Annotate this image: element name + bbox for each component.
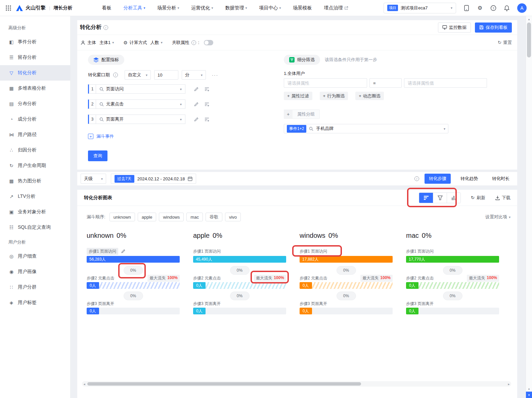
- scroll-right-icon[interactable]: ▸: [506, 382, 511, 386]
- nav-item-scene-templates[interactable]: 场景模板: [293, 5, 312, 11]
- attribute-value-input[interactable]: [404, 78, 487, 88]
- sidebar-item-user-inspection[interactable]: ◎ 用户细查: [0, 249, 70, 264]
- step-event-select-2[interactable]: 元素点击 ▾: [96, 99, 185, 109]
- attribute-select-input[interactable]: [284, 78, 367, 88]
- nav-item-data-management[interactable]: 数据管理▾: [225, 5, 247, 11]
- max-loss-chip: 最大流失100%: [254, 275, 286, 282]
- view-bar-chart-button[interactable]: [447, 193, 460, 203]
- edit-step-icon[interactable]: [193, 117, 199, 122]
- group-by-label[interactable]: 属性分组: [293, 109, 320, 119]
- sidebar-item-business-object-analysis[interactable]: ▣ 业务对象分析: [0, 204, 70, 220]
- sidebar-item-heatmap-analysis[interactable]: ▩ 热力图分析: [0, 173, 70, 189]
- order-tag-vivo[interactable]: vivo: [225, 213, 241, 221]
- app-grid-icon[interactable]: [5, 5, 11, 11]
- funnel-column-apple: apple0% 步骤1 页面访问 45,490人 0% 步骤2 元素点击 最大流…: [193, 232, 286, 314]
- nav-item-scene-analysis[interactable]: 场景分析▾: [157, 5, 179, 11]
- horizontal-scroll-thumb[interactable]: [87, 382, 361, 386]
- sidebar-item-user-segments[interactable]: ∷ 用户分群: [0, 279, 70, 295]
- add-behavior-select-button[interactable]: +行为圈选: [320, 92, 348, 100]
- scroll-up-icon[interactable]: ▴: [526, 16, 532, 22]
- info-icon[interactable]: i: [113, 73, 118, 77]
- info-icon[interactable]: i: [414, 176, 419, 181]
- view-step-bars-button[interactable]: [419, 193, 433, 203]
- sidebar-item-user-path[interactable]: ⋈ 用户路径: [0, 127, 70, 142]
- add-step-filter-icon[interactable]: [204, 117, 210, 122]
- nav-item-project-center[interactable]: 项目中心▾: [259, 5, 281, 11]
- sidebar-item-conversion-analysis[interactable]: ▽ 转化分析: [0, 65, 70, 81]
- edit-step-icon[interactable]: [121, 249, 126, 254]
- info-icon[interactable]: i: [191, 40, 196, 45]
- reset-button[interactable]: ↻ 重置: [498, 40, 512, 46]
- sidebar-item-ltv-analysis[interactable]: ↗ LTV分析: [0, 189, 70, 204]
- order-tag-google[interactable]: 谷歌: [206, 213, 222, 221]
- step1-label[interactable]: 步骤1 页面访问: [87, 248, 118, 255]
- horizontal-scroll-track[interactable]: [87, 382, 506, 386]
- add-group-by-button[interactable]: +: [284, 109, 293, 119]
- more-options-icon[interactable]: ···: [212, 73, 218, 78]
- order-tag-mac[interactable]: mac: [186, 213, 203, 221]
- sidebar-item-pivot-table-analysis[interactable]: ▦ 多维表格分析: [0, 81, 70, 96]
- mobile-app-icon[interactable]: [463, 5, 470, 11]
- order-tag-apple[interactable]: apple: [138, 213, 157, 221]
- sidebar-item-distribution-analysis[interactable]: ▤ 分布分析: [0, 96, 70, 112]
- query-button[interactable]: 查询: [88, 150, 107, 161]
- sidebar-item-user-tags[interactable]: ◈ 用户标签: [0, 295, 70, 310]
- assoc-attr-toggle[interactable]: [204, 40, 213, 45]
- step-event-select-3[interactable]: 页面离开 ▾: [96, 115, 185, 124]
- info-icon[interactable]: i: [103, 25, 108, 30]
- project-selector[interactable]: 项目 测试项目eca7 ▾: [384, 3, 456, 13]
- scroll-down-icon[interactable]: ▾: [526, 392, 532, 398]
- refresh-button[interactable]: ↻ 刷新: [471, 195, 485, 201]
- order-tag-windows[interactable]: windows: [159, 213, 184, 221]
- sidebar-item-attribution-analysis[interactable]: ∴ 归因分析: [0, 142, 70, 158]
- subject-select[interactable]: 主体1▾: [99, 40, 114, 46]
- nav-item-analysis-tools[interactable]: 分析工具▾: [123, 5, 145, 11]
- configure-indicator-chip[interactable]: 配置指标: [88, 55, 124, 65]
- scroll-up-icon[interactable]: ▴: [526, 386, 532, 391]
- sidebar-item-retention-analysis[interactable]: ☰ 留存分析: [0, 50, 70, 65]
- add-attribute-filter-button[interactable]: +属性过滤: [284, 92, 312, 100]
- sidebar-item-sql-query[interactable]: ☷ SQL自定义查询: [0, 220, 70, 235]
- calc-method-select[interactable]: 人数▾: [150, 40, 163, 46]
- window-value-input[interactable]: [154, 70, 178, 80]
- download-button[interactable]: 下载: [495, 195, 511, 201]
- horizontal-scrollbar[interactable]: ◂ ▸: [82, 381, 511, 387]
- monitor-data-button[interactable]: 监控数据: [438, 23, 471, 33]
- window-unit-select[interactable]: 分▾: [182, 70, 206, 80]
- scroll-left-icon[interactable]: ◂: [82, 382, 87, 386]
- help-icon[interactable]: ?: [490, 5, 496, 11]
- vertical-scroll-thumb[interactable]: [527, 23, 531, 57]
- add-funnel-event-button[interactable]: + 漏斗事件: [88, 133, 114, 139]
- edit-step-icon[interactable]: [193, 101, 199, 107]
- set-comparison-button[interactable]: 设置对比项▾: [485, 214, 511, 220]
- sidebar-item-composition-analysis[interactable]: ◔ 成分分析: [0, 112, 70, 127]
- order-tag-unknown[interactable]: unknown: [109, 213, 135, 221]
- granularity-select[interactable]: 天级▾: [81, 174, 106, 184]
- tab-conversion-steps[interactable]: 转化步骤: [425, 174, 451, 184]
- edit-step-icon[interactable]: [193, 86, 199, 92]
- add-dynamic-select-button[interactable]: +动态圈选: [355, 92, 384, 100]
- step3-bar: 0人: [87, 308, 180, 314]
- add-step-filter-icon[interactable]: [204, 101, 210, 107]
- window-type-select[interactable]: 自定义▾: [125, 70, 151, 80]
- step-event-select-1[interactable]: 页面访问 ▾: [96, 84, 185, 94]
- view-funnel-button[interactable]: [433, 193, 447, 203]
- nav-item-dashboard[interactable]: 看板: [102, 5, 111, 11]
- sidebar-item-event-analysis[interactable]: ◧ 事件分析: [0, 34, 70, 50]
- tab-conversion-trend[interactable]: 转化趋势: [456, 174, 482, 184]
- date-range-picker[interactable]: 过去7天 2024.02.12 - 2024.02.18: [111, 174, 196, 184]
- group-by-field-select[interactable]: 事件1+2 手机品牌 ▾: [284, 124, 448, 133]
- segment-filter-chip[interactable]: 细分筛选: [284, 55, 320, 65]
- avatar[interactable]: A: [517, 3, 527, 13]
- sidebar-item-user-lifecycle[interactable]: ↻ 用户生命周期: [0, 158, 70, 173]
- operator-select-input[interactable]: [369, 78, 402, 88]
- settings-gear-icon[interactable]: ⚙: [477, 5, 483, 11]
- nav-item-tracking-governance[interactable]: 埋点治理: [324, 5, 348, 11]
- sidebar-item-user-portrait[interactable]: ◉ 用户画像: [0, 264, 70, 279]
- add-step-filter-icon[interactable]: [204, 86, 210, 92]
- save-to-dashboard-button[interactable]: 保存到看板: [475, 23, 512, 33]
- vertical-scrollbar[interactable]: ▴ ▴ ▾: [526, 16, 532, 398]
- notifications-bell-icon[interactable]: [504, 5, 510, 11]
- tab-conversion-duration[interactable]: 转化时长: [488, 174, 514, 184]
- nav-item-ops-optimization[interactable]: 运营优化▾: [191, 5, 213, 11]
